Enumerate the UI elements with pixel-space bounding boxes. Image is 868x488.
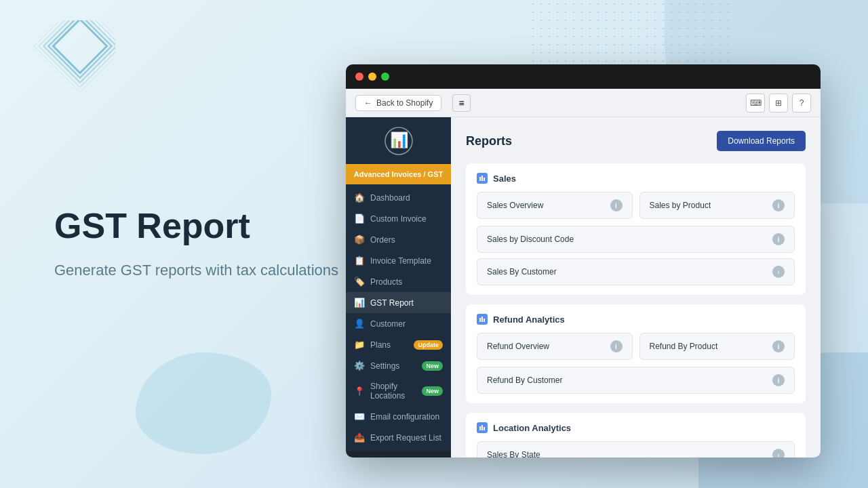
card-label: Refund By Customer: [487, 375, 562, 385]
orders-label: Orders: [370, 235, 395, 245]
section-refund-analytics: Refund AnalyticsRefund OverviewiRefund B…: [466, 304, 806, 403]
shopify-locations-badge: New: [422, 386, 443, 396]
card-label: Sales Overview: [487, 201, 543, 210]
dashboard-label: Dashboard: [370, 193, 410, 203]
dashboard-icon: 🏠: [354, 192, 365, 203]
custom-invoice-icon: 📄: [354, 214, 365, 224]
shopify-locations-label: Shopify Locations: [370, 382, 416, 401]
sidebar-item-customer[interactable]: 👤Customer: [346, 313, 451, 334]
sidebar-item-invoice-template[interactable]: 📋Invoice Template: [346, 250, 451, 271]
products-label: Products: [370, 277, 402, 287]
email-configuration-icon: ✉️: [354, 411, 365, 422]
section-location-analytics-header: Location Analytics: [477, 422, 795, 433]
card-sales-by-state[interactable]: Sales By State›: [477, 441, 795, 458]
help-icon-button[interactable]: ?: [792, 94, 811, 113]
card-info-icon[interactable]: i: [772, 340, 785, 352]
keyboard-icon-button[interactable]: ⌨: [746, 94, 765, 113]
section-sales-full-cards-row: Sales By Customer›: [477, 258, 795, 285]
svg-rect-12: [484, 319, 485, 322]
reports-header: Reports Download Reports: [466, 131, 806, 151]
card-info-icon[interactable]: i: [610, 340, 623, 352]
filter-icon-button[interactable]: ⊞: [769, 94, 788, 113]
svg-rect-8: [481, 176, 483, 181]
card-sales-overview[interactable]: Sales Overviewi: [477, 192, 633, 219]
plans-badge: Update: [414, 340, 443, 350]
main-content: Reports Download Reports SalesSales Over…: [451, 117, 821, 458]
card-info-icon[interactable]: i: [772, 199, 785, 211]
section-location-analytics: Location AnalyticsSales By State›: [466, 413, 806, 458]
top-bar-icons: ⌨ ⊞ ?: [746, 94, 811, 113]
sidebar: 📊 Advanced Invoices / GST 🏠Dashboard📄Cus…: [346, 117, 451, 458]
gst-report-label: GST Report: [370, 298, 414, 308]
card-sales-by-product[interactable]: Sales by Producti: [639, 192, 795, 219]
settings-icon: ⚙️: [354, 361, 365, 371]
invoice-template-label: Invoice Template: [370, 256, 431, 266]
sidebar-item-email-configuration[interactable]: ✉️Email configuration: [346, 406, 451, 427]
sidebar-item-dashboard[interactable]: 🏠Dashboard: [346, 187, 451, 208]
traffic-light-green[interactable]: [381, 73, 389, 81]
card-label: Refund By Product: [650, 342, 718, 351]
sidebar-app-name: Advanced Invoices / GST: [346, 164, 451, 184]
back-to-shopify-button[interactable]: ← Back to Shopify: [355, 95, 441, 111]
card-info-icon[interactable]: i: [772, 374, 785, 386]
card-refund-by-product[interactable]: Refund By Producti: [639, 333, 795, 360]
section-location-analytics-full-cards-row: Sales By State›: [477, 441, 795, 458]
section-refund-analytics-title: Refund Analytics: [493, 314, 565, 325]
settings-badge: New: [422, 361, 443, 371]
app-logo-icon: 📊: [383, 125, 414, 156]
svg-rect-10: [479, 318, 481, 322]
top-bar: ← Back to Shopify ≡ ⌨ ⊞ ?: [346, 89, 821, 117]
report-sections: SalesSales OverviewiSales by ProductiSal…: [466, 163, 806, 458]
section-location-analytics-icon: [477, 422, 488, 433]
gst-report-icon: 📊: [354, 298, 365, 308]
card-sales-by-discount-code[interactable]: Sales by Discount Codei: [477, 226, 795, 253]
sidebar-nav: 🏠Dashboard📄Custom Invoice📦Orders📋Invoice…: [346, 184, 451, 451]
email-configuration-label: Email configuration: [370, 412, 439, 422]
page-subtitle: Generate GST reports with tax calculatio…: [54, 259, 338, 281]
card-refund-overview[interactable]: Refund Overviewi: [477, 333, 633, 360]
svg-rect-11: [481, 317, 483, 322]
bg-blob-left: [136, 352, 271, 454]
card-label: Refund Overview: [487, 342, 549, 351]
svg-rect-9: [484, 178, 485, 181]
sidebar-item-shopify-locations[interactable]: 📍Shopify LocationsNew: [346, 376, 451, 406]
back-label: Back to Shopify: [376, 98, 433, 108]
card-sales-by-customer[interactable]: Sales By Customer›: [477, 258, 795, 285]
page-title: GST Report: [54, 207, 338, 245]
customer-icon: 👤: [354, 319, 365, 329]
section-sales-header: Sales: [477, 173, 795, 184]
hamburger-button[interactable]: ≡: [452, 94, 470, 112]
svg-text:📊: 📊: [389, 131, 408, 149]
card-label: Sales by Product: [650, 201, 711, 210]
sidebar-item-export-request-list[interactable]: 📤Export Request List: [346, 427, 451, 448]
products-icon: 🏷️: [354, 277, 365, 287]
section-refund-analytics-cards-row: Refund OverviewiRefund By ProductiRefund…: [477, 333, 795, 394]
orders-icon: 📦: [354, 235, 365, 245]
sidebar-item-products[interactable]: 🏷️Products: [346, 271, 451, 292]
export-request-list-label: Export Request List: [370, 433, 441, 443]
card-label: Sales By Customer: [487, 267, 557, 277]
section-sales-icon: [477, 173, 488, 184]
browser-window: ← Back to Shopify ≡ ⌨ ⊞ ? 📊 Advanced Inv…: [346, 64, 821, 458]
card-arrow-icon[interactable]: ›: [772, 449, 785, 458]
sidebar-item-custom-invoice[interactable]: 📄Custom Invoice: [346, 208, 451, 229]
card-refund-by-customer[interactable]: Refund By Customeri: [477, 367, 795, 394]
card-arrow-icon[interactable]: ›: [772, 266, 785, 278]
card-info-icon[interactable]: i: [610, 199, 623, 211]
sidebar-logo: 📊: [346, 117, 451, 164]
export-request-list-icon: 📤: [354, 432, 365, 443]
sidebar-item-orders[interactable]: 📦Orders: [346, 229, 451, 250]
svg-rect-13: [479, 426, 481, 430]
sidebar-item-plans[interactable]: 📁PlansUpdate: [346, 334, 451, 355]
download-reports-button[interactable]: Download Reports: [717, 131, 806, 151]
traffic-light-red[interactable]: [355, 73, 363, 81]
left-content: GST Report Generate GST reports with tax…: [54, 207, 338, 281]
sidebar-item-settings[interactable]: ⚙️SettingsNew: [346, 355, 451, 376]
plans-label: Plans: [370, 340, 391, 350]
settings-label: Settings: [370, 361, 399, 371]
card-label: Sales By State: [487, 450, 540, 458]
card-info-icon[interactable]: i: [772, 233, 785, 245]
traffic-light-yellow[interactable]: [368, 73, 376, 81]
svg-rect-1: [48, 20, 111, 78]
sidebar-item-gst-report[interactable]: 📊GST Report: [346, 292, 451, 313]
